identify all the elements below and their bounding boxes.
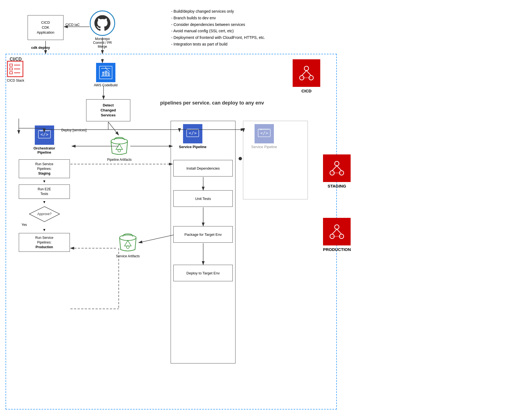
cicd-iac-label: CICD IaC [65,23,80,27]
svg-text:</>: </> [189,130,197,136]
svg-line-55 [337,229,342,234]
cicd-badge-label: CICD [301,89,312,93]
deploy-target-box: Deploy to Target Env [173,265,233,281]
cicd-stack-svg [7,61,23,77]
staging-badge-container: STAGING [323,154,351,188]
cicd-badge-icon [297,63,316,83]
service-pipeline-2-label: Service Pipeline [251,145,277,149]
service-pipeline-1-icon: </> [183,124,202,143]
service-pipeline-1-label: Service Pipeline [179,145,207,149]
note-4: - Avoid manual config (SSL cert, etc) [171,28,329,34]
codebuild-icon: </> [96,63,115,82]
orchestrator-icon: </> [35,125,54,145]
pipeline-artifacts-bucket [108,135,130,157]
svg-point-51 [335,225,339,229]
cdk-deploy-label: cdk deploy [31,46,50,50]
svg-line-42 [302,71,306,76]
svg-line-49 [337,166,342,171]
service-artifacts-container: Service Artifacts [116,232,140,258]
detect-changed-label: DetectChangedServices [100,103,116,118]
service-pipeline-1-container: </> Service Pipeline [179,124,207,149]
production-badge-label: PRODUCTION [323,247,351,252]
orchestrator-icon-area: </> OrchestratorPipeline [19,125,70,154]
svg-marker-32 [125,240,131,246]
note-1: - Build/deploy changed services only [171,8,329,15]
production-badge [323,218,351,245]
staging-badge-label: STAGING [327,184,346,188]
pipelines-label: pipelines per service. can deploy to any… [160,100,264,106]
orchestrator-icon-svg: </> [38,128,51,142]
svg-line-54 [332,229,337,234]
svg-point-23 [41,130,42,131]
service-artifacts-label: Service Artifacts [116,254,140,258]
svg-text:</>: </> [260,130,268,136]
production-badge-icon [327,222,346,241]
cicd-stack-icon: CICD Stack [7,61,24,82]
orchestrator-pipeline-label: OrchestratorPipeline [33,146,55,154]
unit-tests-box: Unit Tests [173,190,233,207]
svg-text:</>: </> [40,132,48,137]
svg-point-39 [304,66,309,71]
staging-badge [323,154,351,182]
svg-rect-5 [10,72,12,74]
note-5: - Deployment of frontend with CloudFront… [171,34,329,41]
cicd-app-label: CICDCDKApplication [37,20,54,35]
svg-point-30 [189,129,190,130]
svg-rect-12 [108,73,110,76]
svg-point-22 [40,130,41,131]
service-pipeline-2-icon: </> [255,124,274,143]
svg-point-29 [188,129,189,130]
arrow-to-approve: ▼ [19,200,70,204]
note-3: - Consider dependencies between services [171,22,329,28]
svg-rect-3 [10,68,12,70]
cicd-stack-label: CICD Stack [7,79,24,82]
svg-point-45 [335,161,339,166]
svg-point-31 [120,235,136,240]
run-e2e-box: Run E2ETests [19,184,70,199]
svg-text:Approve?: Approve? [37,212,52,216]
codebuild-container: </> AWS CodeBuild [94,63,118,87]
pipeline-artifacts-container: Pipeline Artifacts [107,135,132,162]
svg-point-16 [111,138,128,144]
install-deps-box: Install Dependencies [173,160,233,176]
svg-marker-17 [116,144,123,149]
note-6: - Integration tests as part of build [171,41,329,48]
svg-point-38 [261,129,262,130]
service-pipeline-1-svg: </> [186,127,200,141]
yes-label: Yes [22,223,70,227]
github-circle: MonorepoCommit / PR Merge [90,10,116,49]
run-production-box: Run ServicePipelines:Production [19,233,70,252]
svg-rect-1 [10,64,12,66]
svg-point-37 [260,129,260,130]
approve-diamond: Approve? [28,205,61,223]
monorepo-label: MonorepoCommit / PR Merge [89,37,116,49]
codebuild-label: AWS CodeBuild [94,83,118,87]
service-pipeline-2-svg: </> [257,127,271,141]
diagram-container: - Build/deploy changed services only - B… [0,0,524,420]
github-icon [94,15,110,31]
pipeline-artifacts-label: Pipeline Artifacts [107,158,132,162]
svg-rect-11 [105,71,107,76]
cicd-badge-container: CICD [293,59,320,93]
staging-badge-icon [327,159,346,178]
cicd-badge [293,59,320,87]
note-2: - Branch builds to dev env [171,15,329,22]
service-pipeline-2-container: </> Service Pipeline [251,124,277,149]
svg-line-48 [332,166,337,171]
run-staging-box: Run ServicePipelines:Staging [19,159,70,178]
production-badge-container: PRODUCTION [323,218,351,252]
detect-changed-box: DetectChangedServices [86,99,130,121]
arrow-to-production: ▼ [19,228,70,232]
arrow-to-e2e: ▼ [19,179,70,183]
approve-diamond-container: Approve? [19,205,70,223]
package-target-box: Package for Target Env [173,226,233,243]
codebuild-svg: </> [99,66,113,79]
service-artifacts-bucket [117,232,139,254]
cicd-app-box: CICDCDKApplication [28,15,63,40]
notes-box: - Build/deploy changed services only - B… [171,8,329,48]
svg-rect-10 [102,72,104,76]
svg-line-43 [306,71,311,76]
orchestrator-pipeline-outer: </> OrchestratorPipeline Run ServicePipe… [19,125,70,252]
